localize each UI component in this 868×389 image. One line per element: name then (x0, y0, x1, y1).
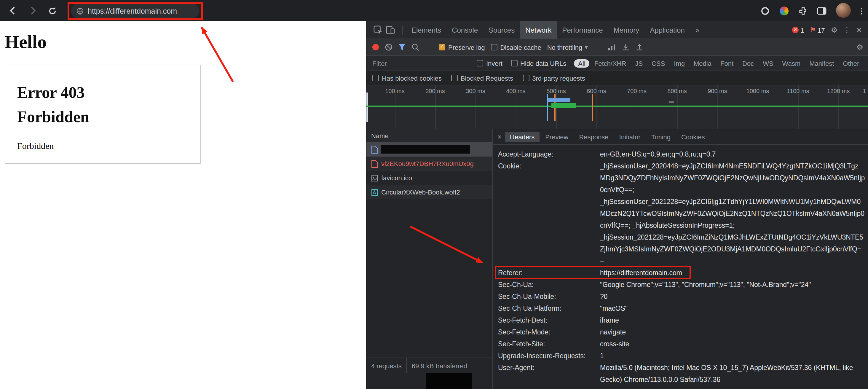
header-value-line: _hjSessionUser_2020448=eyJpZCI6ImM4NmE5N… (600, 160, 865, 172)
request-row-font[interactable]: CircularXXWeb-Book.woff2 (366, 185, 492, 199)
search-icon[interactable] (411, 43, 419, 51)
more-tabs-chevron[interactable]: » (690, 21, 705, 39)
browser-toolbar: https://differentdomain.com ⋮ (0, 0, 868, 21)
preserve-log-checkbox[interactable]: Preserve log (439, 43, 485, 51)
overview-left-handle[interactable] (366, 92, 368, 122)
header-value-line: Gecko) Chrome/113.0.0.0 Safari/537.36 (600, 373, 853, 385)
tab-headers[interactable]: Headers (505, 131, 539, 142)
filter-pill-img[interactable]: Img (670, 59, 689, 67)
filter-pill-other[interactable]: Other (839, 59, 863, 67)
tab-memory[interactable]: Memory (608, 21, 645, 39)
record-network-log-icon[interactable] (372, 44, 379, 51)
request-row-favicon[interactable]: favicon.ico (366, 171, 492, 185)
address-bar[interactable]: https://differentdomain.com (71, 4, 199, 19)
request-details-pane: × Headers Preview Response Initiator Tim… (493, 129, 868, 389)
extension-color-icon[interactable] (776, 0, 792, 21)
requests-count: 4 requests (366, 362, 406, 369)
filter-pill-fetch-xhr[interactable]: Fetch/XHR (590, 59, 630, 67)
tab-elements[interactable]: Elements (406, 21, 446, 39)
extension-ring-icon[interactable] (757, 0, 773, 21)
tick-200ms: 200 ms (421, 88, 450, 94)
filter-pill-media[interactable]: Media (689, 59, 716, 67)
hide-data-urls-checkbox-box[interactable] (511, 60, 517, 66)
document-error-icon (371, 160, 378, 168)
filter-pill-wasm[interactable]: Wasm (778, 59, 805, 67)
close-details-icon[interactable]: × (497, 132, 502, 141)
browser-menu-kebab-icon[interactable]: ⋮ (854, 0, 868, 21)
network-settings-gear-icon[interactable]: ⚙ (857, 43, 863, 52)
hide-data-urls-checkbox[interactable]: Hide data URLs (511, 60, 566, 67)
tab-application[interactable]: Application (645, 21, 690, 39)
invert-checkbox-box[interactable] (477, 60, 483, 66)
tab-console[interactable]: Console (446, 21, 483, 39)
header-value: iframe (600, 314, 619, 326)
blocked-requests-checkbox-box[interactable] (451, 75, 458, 81)
waterfall-bar-blue (548, 98, 570, 102)
tab-timing[interactable]: Timing (647, 131, 675, 142)
third-party-requests-checkbox-box[interactable] (523, 75, 529, 81)
waterfall-dash (669, 101, 674, 103)
filter-pill-font[interactable]: Font (716, 59, 738, 67)
has-blocked-cookies-checkbox-box[interactable] (372, 75, 379, 81)
tick-1000ms: 1000 ms (743, 88, 772, 94)
import-har-icon[interactable] (622, 43, 629, 51)
requests-name-header[interactable]: Name (366, 129, 492, 142)
tab-network[interactable]: Network (520, 21, 557, 39)
devtools-kebab-icon[interactable]: ⋮ (843, 26, 851, 34)
inspect-element-icon[interactable] (374, 26, 382, 34)
has-blocked-cookies-checkbox[interactable]: Has blocked cookies (372, 74, 442, 82)
header-value: 1 (600, 350, 604, 362)
error-badge-icon[interactable]: ✕ (792, 27, 799, 33)
filter-input[interactable]: Filter (372, 60, 477, 67)
blocked-requests-checkbox[interactable]: Blocked Requests (451, 74, 513, 82)
tab-response[interactable]: Response (574, 131, 613, 142)
device-toolbar-icon[interactable] (386, 26, 395, 34)
header-row-upgrade-insecure: Upgrade-Insecure-Requests: 1 (498, 350, 868, 362)
disable-cache-checkbox[interactable]: Disable cache (491, 43, 541, 51)
tick-400ms: 400 ms (502, 88, 530, 94)
header-value-line: _hjSessionUser_2021228=eyJpZCI6Ijg1ZTdhY… (600, 196, 865, 208)
third-party-requests-checkbox[interactable]: 3rd-party requests (523, 74, 585, 82)
tab-preview[interactable]: Preview (540, 131, 573, 142)
disable-cache-label: Disable cache (500, 43, 541, 51)
header-value-line: Mozilla/5.0 (Macintosh; Intel Mac OS X 1… (600, 362, 853, 373)
request-row-main-document[interactable] (366, 142, 492, 156)
filter-pill-css[interactable]: CSS (647, 59, 669, 67)
filter-funnel-icon[interactable] (398, 44, 406, 51)
preserve-log-checkbox-box[interactable] (439, 44, 445, 51)
tab-cookies[interactable]: Cookies (677, 131, 710, 142)
throttling-select[interactable]: No throttling ▾ (547, 43, 588, 51)
export-har-icon[interactable] (635, 43, 643, 51)
network-filter-bar-2: Has blocked cookies Blocked Requests 3rd… (366, 71, 868, 85)
web-page: Hello Error 403 Forbidden Forbidden (0, 21, 366, 389)
devtools-close-icon[interactable]: ✕ (856, 26, 862, 34)
reload-icon[interactable] (44, 0, 60, 21)
issues-flag-icon[interactable]: ⚑ (810, 26, 816, 34)
header-key: Referer: (498, 267, 600, 279)
tab-performance[interactable]: Performance (557, 21, 608, 39)
disable-cache-checkbox-box[interactable] (491, 44, 497, 51)
forward-icon[interactable] (25, 0, 40, 21)
tab-sources[interactable]: Sources (483, 21, 520, 39)
filter-pill-ws[interactable]: WS (758, 59, 777, 67)
devtools-settings-gear-icon[interactable]: ⚙ (831, 26, 838, 34)
overview-activity-line (366, 106, 868, 107)
extensions-puzzle-icon[interactable] (795, 0, 810, 21)
network-main-area: Name vi2EKou9wt7DBH7RXu0mUx0g (366, 129, 868, 389)
header-row-sec-fetch-site: Sec-Fetch-Site: cross-site (498, 338, 868, 350)
side-panel-icon[interactable] (814, 0, 830, 21)
network-conditions-icon[interactable] (608, 44, 616, 51)
network-filter-bar: Filter Invert Hide data URLs All Fetch/X… (366, 56, 868, 71)
waterfall-bar-green (551, 103, 576, 108)
invert-checkbox[interactable]: Invert (477, 60, 502, 67)
filter-pill-manifest[interactable]: Manifest (805, 59, 838, 67)
filter-pill-js[interactable]: JS (631, 59, 647, 67)
back-icon[interactable] (5, 0, 21, 21)
tab-initiator[interactable]: Initiator (615, 131, 645, 142)
filter-pill-doc[interactable]: Doc (738, 59, 758, 67)
request-row-failed[interactable]: vi2EKou9wt7DBH7RXu0mUx0g (366, 156, 492, 171)
network-overview-timeline[interactable]: 100 ms 200 ms 300 ms 400 ms 500 ms 600 m… (366, 85, 868, 129)
filter-pill-all[interactable]: All (574, 59, 589, 67)
clear-network-log-icon[interactable] (385, 43, 393, 51)
profile-avatar[interactable] (836, 3, 851, 18)
